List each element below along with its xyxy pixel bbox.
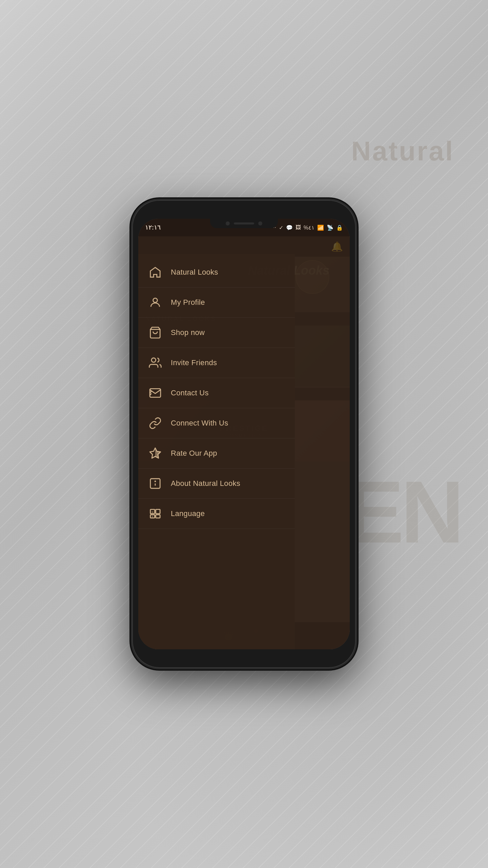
sidebar-item-my-profile[interactable]: My Profile (138, 288, 295, 318)
svg-point-0 (153, 298, 158, 302)
camera-dot (226, 221, 230, 225)
info-svg (149, 477, 162, 490)
whatsapp-icon: 💬 (286, 224, 293, 231)
cart-svg (149, 326, 162, 339)
speaker (234, 222, 254, 224)
phone-notch (210, 219, 278, 228)
users-svg (149, 356, 162, 369)
app-background: 🔔 Natural Looks NATURAL LOOKS WAKE HANDL… (138, 236, 350, 649)
sidebar-label-about-natural-looks: About Natural Looks (171, 479, 240, 488)
sidebar-label-my-profile: My Profile (171, 298, 205, 307)
phone-frame: ١٢:١٦ ··· ✓ 💬 🖼 %٤١ 📶 📡 🔒 🔔 (132, 200, 356, 668)
star-svg (149, 447, 162, 460)
star-icon (146, 445, 164, 462)
home-icon (146, 263, 164, 281)
language-icon: E ع (146, 505, 164, 522)
watermark-natural: Natural (351, 136, 454, 167)
sidebar-label-invite-friends: Invite Friends (171, 358, 217, 367)
users-icon (146, 354, 164, 372)
sidebar-item-connect-with-us[interactable]: Connect With Us (138, 408, 295, 438)
info-icon (146, 475, 164, 492)
sidebar-label-language: Language (171, 509, 205, 518)
sidebar-label-contact-us: Contact Us (171, 389, 209, 397)
phone-screen: ١٢:١٦ ··· ✓ 💬 🖼 %٤١ 📶 📡 🔒 🔔 (138, 219, 350, 649)
front-camera (258, 221, 262, 225)
wifi-icon: 📡 (327, 224, 333, 231)
signal-icon: 📶 (317, 224, 324, 231)
cart-icon (146, 324, 164, 341)
gallery-icon: 🖼 (296, 224, 301, 231)
sidebar-label-shop-now: Shop now (171, 328, 205, 337)
status-time: ١٢:١٦ (145, 224, 161, 231)
language-svg: E ع (149, 507, 162, 520)
sidebar-item-contact-us[interactable]: Contact Us (138, 378, 295, 408)
sidebar-item-natural-looks[interactable]: Natural Looks (138, 257, 295, 288)
checkmark-icon: ✓ (279, 224, 283, 231)
sidebar-item-invite-friends[interactable]: Invite Friends (138, 348, 295, 378)
sidebar-label-rate-our-app: Rate Our App (171, 449, 217, 458)
svg-text:E: E (152, 511, 154, 514)
link-svg (149, 417, 162, 430)
sidebar-item-about-natural-looks[interactable]: About Natural Looks (138, 469, 295, 499)
sidebar-item-language[interactable]: E ع Language (138, 499, 295, 529)
svg-text:ع: ع (152, 515, 154, 518)
sidebar-item-shop-now[interactable]: Shop now (138, 318, 295, 348)
svg-rect-11 (156, 509, 160, 514)
sidebar-label-natural-looks: Natural Looks (171, 268, 218, 277)
battery-text: %٤١ (304, 224, 314, 231)
sidebar-label-connect-with-us: Connect With Us (171, 419, 228, 428)
sidebar-drawer: Natural Looks My Profile (138, 254, 295, 649)
svg-point-2 (151, 358, 156, 362)
home-svg (149, 266, 162, 279)
status-icons: ··· ✓ 💬 🖼 %٤١ 📶 📡 🔒 (271, 224, 343, 231)
svg-rect-13 (156, 515, 160, 518)
lock-icon: 🔒 (336, 224, 343, 231)
link-icon (146, 414, 164, 432)
watermark-en: EN (345, 461, 461, 563)
user-svg (149, 296, 162, 309)
envelope-icon (146, 384, 164, 402)
envelope-svg (149, 387, 162, 399)
sidebar-item-rate-our-app[interactable]: Rate Our App (138, 438, 295, 469)
user-icon (146, 294, 164, 311)
